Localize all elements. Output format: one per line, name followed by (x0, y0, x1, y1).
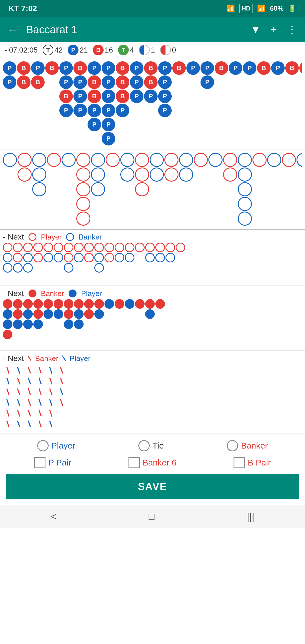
player-stat: P 21 (68, 45, 88, 55)
battery-icon: 🔋 (288, 5, 297, 12)
pair1-badge (139, 45, 150, 55)
add-button[interactable]: + (269, 21, 279, 38)
eye-road-next-label: - Next Player Banker (3, 231, 302, 243)
eye-road-cell (3, 263, 12, 273)
small-road-cell (13, 299, 23, 309)
bead-cell: B (73, 61, 87, 75)
wifi-icon: 📶 (226, 5, 235, 12)
bead-cell: P (158, 104, 172, 117)
cockroach-legend-banker-text: Banker (35, 354, 58, 363)
b6-checkbox[interactable] (128, 457, 140, 468)
total-count: 42 (55, 46, 63, 55)
ppair-bet-option[interactable]: P Pair (34, 457, 71, 468)
banker-badge: B (93, 45, 104, 55)
banker-bet-option[interactable]: Banker (227, 440, 268, 451)
bead-cell: B (45, 61, 59, 75)
nav-recent-button[interactable]: ||| (247, 511, 254, 522)
small-legend-banker-dot (29, 290, 36, 297)
bpair-label: B Pair (248, 458, 271, 467)
bead-cell: B (88, 90, 101, 103)
bead-cell: P (116, 104, 129, 117)
small-road-cell (94, 299, 104, 309)
bead-cell: P (3, 75, 16, 89)
nav-home-button[interactable]: □ (149, 511, 154, 522)
big-road-cell (18, 153, 32, 167)
big-road-cell (106, 153, 120, 167)
bead-cell: P (158, 75, 172, 89)
tie-label: Tie (152, 441, 164, 451)
status-bar: KT 7:02 📶 HD 📶 60% 🔋 (0, 0, 305, 17)
bpair-checkbox[interactable] (234, 457, 245, 468)
big-road-cell (91, 153, 105, 167)
eye-road-cell (155, 253, 165, 262)
tie-bet-option[interactable]: Tie (138, 440, 164, 451)
battery-text: 60% (270, 5, 284, 12)
tie-radio[interactable] (138, 440, 150, 451)
bead-cell: B (31, 75, 45, 89)
bead-cell: P (3, 61, 16, 75)
player-count: 21 (80, 46, 88, 55)
banker-stat: B 16 (93, 45, 113, 55)
eye-road-cell (64, 253, 73, 262)
eye-road-cell (64, 263, 73, 273)
save-button[interactable]: SAVE (6, 474, 299, 499)
eye-road-cell (23, 263, 33, 273)
bottom-controls: Player Tie Banker P Pair Banker 6 B Pair… (0, 434, 305, 505)
ppair-label: P Pair (48, 458, 71, 467)
bead-cell: P (31, 61, 45, 75)
eye-road-cell (54, 253, 63, 262)
eye-road-cell (94, 253, 104, 262)
player-bet-option[interactable]: Player (37, 440, 75, 451)
player-radio[interactable] (37, 440, 49, 451)
small-road-cell (3, 330, 12, 339)
b6-bet-option[interactable]: Banker 6 (128, 457, 177, 468)
bead-cell: P (144, 90, 158, 103)
bead-cell: P (88, 61, 101, 75)
big-road-cell (91, 182, 105, 196)
eye-road-cell (104, 253, 114, 262)
small-road-cell (54, 299, 63, 309)
big-road-cell (18, 167, 32, 182)
pair1-stat: 1 (139, 45, 155, 55)
bpair-bet-option[interactable]: B Pair (234, 457, 271, 468)
big-road-cell (238, 167, 252, 182)
big-road-cell (135, 182, 149, 196)
small-road-cell (64, 309, 73, 319)
nav-back-button[interactable]: < (51, 511, 56, 522)
back-button[interactable]: ← (6, 21, 20, 38)
eye-road-cell (155, 243, 165, 252)
bead-cell: P (102, 90, 115, 103)
big-road-cell (238, 153, 252, 167)
bead-cell: P (88, 118, 101, 131)
big-road-cell (91, 167, 105, 182)
bead-cell: P (158, 90, 172, 103)
menu-button[interactable]: ⋮ (285, 21, 299, 38)
big-road-cell (238, 182, 252, 196)
small-road-cell (94, 309, 104, 319)
big-road-cell (179, 167, 193, 182)
bead-cell: P (88, 104, 101, 117)
eye-road-cell (54, 243, 63, 252)
bead-cell: B (285, 61, 299, 75)
cockroach-road-cell: / (55, 395, 68, 409)
dropdown-button[interactable]: ▼ (248, 21, 263, 38)
cockroach-legend-player-text: Player (70, 354, 91, 363)
bead-cell: B (17, 75, 30, 89)
ppair-checkbox[interactable] (34, 457, 45, 468)
big-road-cell (267, 153, 281, 167)
small-road-cell (74, 319, 84, 329)
bead-cell: B (215, 61, 228, 75)
app-bar: ← Baccarat 1 ▼ + ⋮ (0, 17, 305, 42)
eye-legend-banker-circle (66, 233, 74, 241)
banker-radio[interactable] (227, 440, 238, 451)
small-road-cell (13, 319, 23, 329)
bead-cell: P (158, 61, 172, 75)
eye-road-cell (84, 243, 94, 252)
pair2-count: 0 (172, 46, 176, 55)
big-road-cell (164, 167, 178, 182)
cockroach-road-section: - Next / Banker / Player ///////////////… (0, 351, 305, 434)
bead-cell: B (116, 61, 129, 75)
eye-road-cell (74, 243, 84, 252)
next3-label: - Next (3, 354, 24, 363)
next1-label: - Next (3, 232, 24, 242)
